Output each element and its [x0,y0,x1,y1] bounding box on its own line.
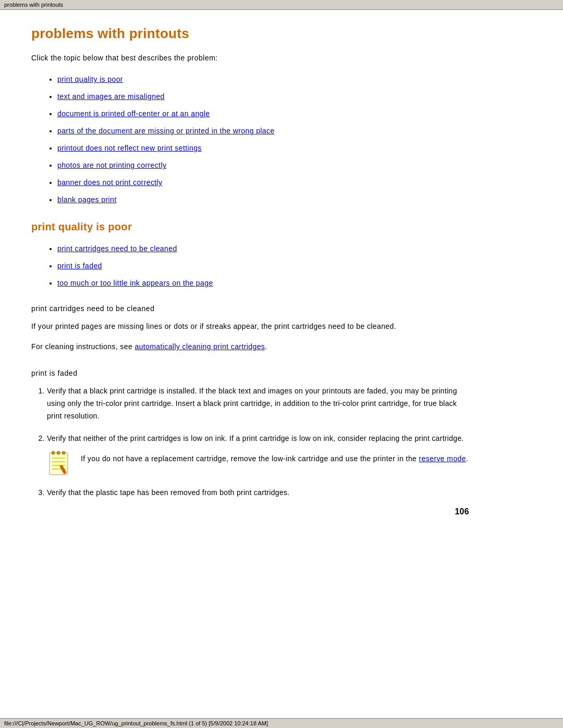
title-bar-text: problems with printouts [4,2,63,8]
item2-text: Verify that neither of the print cartrid… [47,434,464,442]
list-item: parts of the document are missing or pri… [57,126,469,137]
bottom-bar-text: file:///C|/Projects/Newport/Mac_UG_ROW/u… [4,720,268,726]
list-item: print cartridges need to be cleaned [57,243,469,254]
section-title-print-quality: print quality is poor [31,221,469,233]
link-print-quality[interactable]: print quality is poor [57,75,123,83]
faded-list: Verify that a black print cartridge is i… [47,385,469,519]
list-item: document is printed off-center or at an … [57,108,469,119]
link-missing[interactable]: parts of the document are missing or pri… [57,127,275,135]
faded-section: Verify that a black print cartridge is i… [31,385,469,519]
link-off-center[interactable]: document is printed off-center or at an … [57,109,210,118]
link-misaligned[interactable]: text and images are misaligned [57,92,165,101]
para2-after: . [265,342,267,351]
print-quality-list: print cartridges need to be cleaned prin… [57,243,469,289]
svg-point-6 [57,451,60,454]
note-text-before: If you do not have a replacement cartrid… [81,454,419,463]
list-item: banner does not print correctly [57,177,469,188]
intro-text: Click the topic below that best describe… [31,52,469,64]
list-item-3: Verify that the plastic tape has been re… [47,487,469,519]
note-text-after: . [466,454,468,463]
bottom-bar: file:///C|/Projects/Newport/Mac_UG_ROW/u… [0,718,563,728]
list-item: print is faded [57,261,469,272]
note-icon [47,450,73,476]
list-item-1: Verify that a black print cartridge is i… [47,385,469,422]
list-item: photos are not printing correctly [57,160,469,171]
list-item: printout does not reflect new print sett… [57,143,469,154]
link-settings[interactable]: printout does not reflect new print sett… [57,144,202,152]
link-faded[interactable]: print is faded [57,262,102,270]
link-banner[interactable]: banner does not print correctly [57,178,163,187]
list-item-2: Verify that neither of the print cartrid… [47,433,469,476]
item3-text: Verify that the plastic tape has been re… [47,488,289,497]
svg-point-5 [52,451,55,454]
list-item: print quality is poor [57,74,469,85]
title-bar: problems with printouts [0,0,563,10]
main-nav-list: print quality is poor text and images ar… [57,74,469,205]
link-photos[interactable]: photos are not printing correctly [57,161,166,169]
svg-point-7 [62,451,65,454]
link-auto-clean[interactable]: automatically cleaning print cartridges [134,342,265,351]
list-item: blank pages print [57,194,469,205]
cartridges-para2: For cleaning instructions, see automatic… [31,341,469,353]
link-ink[interactable]: too much or too little ink appears on th… [57,279,213,287]
cartridges-heading: print cartridges need to be cleaned [31,304,469,313]
link-reserve-mode[interactable]: reserve mode [419,454,466,463]
link-clean-cartridges[interactable]: print cartridges need to be cleaned [57,244,177,253]
main-content: problems with printouts Click the topic … [0,10,500,550]
page-number: 106 [455,504,469,519]
list-item: text and images are misaligned [57,91,469,102]
page-number-area: 106 [47,504,469,519]
page-title: problems with printouts [31,26,469,42]
cartridges-para1: If your printed pages are missing lines … [31,320,469,333]
link-blank[interactable]: blank pages print [57,195,116,204]
note-box: If you do not have a replacement cartrid… [47,450,469,476]
list-item: too much or too little ink appears on th… [57,278,469,289]
note-text: If you do not have a replacement cartrid… [81,450,468,465]
para2-before: For cleaning instructions, see [31,342,134,351]
faded-heading: print is faded [31,369,469,377]
